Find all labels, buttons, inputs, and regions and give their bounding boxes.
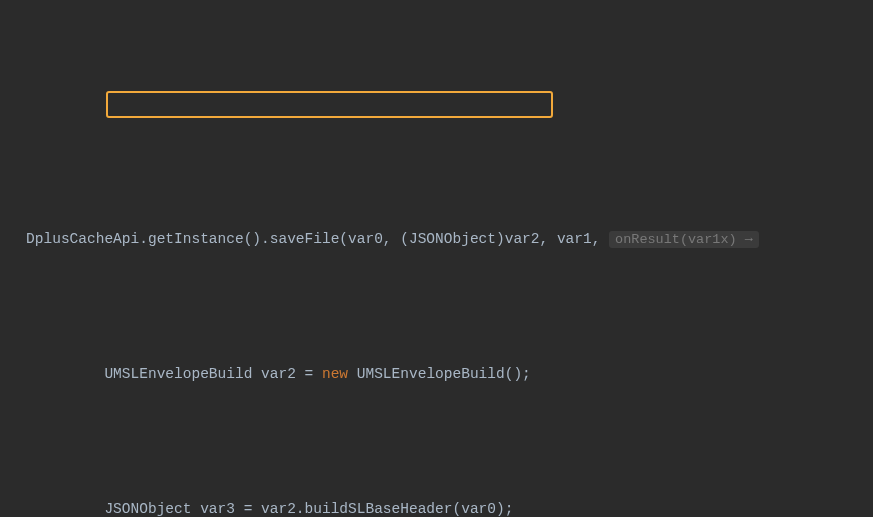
- lambda-hint: onResult(var1x) →: [609, 231, 759, 248]
- code-editor[interactable]: DplusCacheApi.getInstance().saveFile(var…: [0, 0, 873, 517]
- selection-highlight-box: [106, 91, 553, 118]
- code-line[interactable]: JSONObject var3 = var2.buildSLBaseHeader…: [0, 496, 873, 517]
- code-text: UMSLEnvelopeBuild var2 =: [0, 366, 322, 382]
- keyword-new: new: [322, 366, 348, 382]
- code-text: DplusCacheApi.getInstance().saveFile(var…: [26, 231, 609, 247]
- code-text: UMSLEnvelopeBuild();: [348, 366, 531, 382]
- code-text: JSONObject var3 = var2.buildSLBaseHeader…: [0, 501, 513, 517]
- code-line[interactable]: UMSLEnvelopeBuild var2 = new UMSLEnvelop…: [0, 361, 873, 388]
- code-line[interactable]: DplusCacheApi.getInstance().saveFile(var…: [0, 226, 873, 253]
